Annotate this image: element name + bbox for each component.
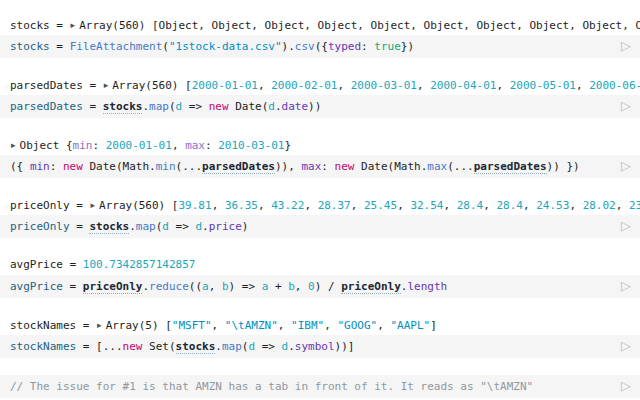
token-ref: parsedDates	[474, 160, 547, 174]
run-button[interactable]: ▷	[621, 95, 631, 118]
token-plain: ,	[258, 79, 271, 92]
token-num: a	[202, 280, 209, 293]
token-num: b	[288, 280, 295, 293]
token-plain: Date(Math.	[354, 160, 427, 173]
run-button[interactable]: ▷	[621, 35, 631, 58]
token-plain: })	[401, 40, 414, 53]
token-def: stocks	[10, 40, 50, 53]
token-plain: Array(5) [	[106, 319, 172, 332]
token-plain: )	[242, 220, 249, 233]
token-prop: length	[407, 280, 447, 293]
token-comment: // The issue for #1 is that AMZN has a t…	[10, 380, 533, 393]
token-plain: ,	[496, 79, 509, 92]
cell-code-editor[interactable]: avgPrice = priceOnly.reduce((a, b) => a …	[0, 275, 640, 298]
token-plain: parsedDates =	[10, 79, 103, 92]
token-fn: reduce	[149, 280, 189, 293]
token-fn: csv	[295, 40, 315, 53]
token-prop: min	[30, 160, 50, 173]
token-num: 36.35	[225, 199, 258, 212]
token-ref: stocks	[103, 100, 143, 114]
token-plain: ,	[377, 319, 390, 332]
token-plain: Date(	[229, 100, 269, 113]
token-plain: :	[321, 160, 334, 173]
token-prop: max	[301, 160, 321, 173]
token-plain: ,	[209, 280, 222, 293]
token-plain: :	[50, 160, 63, 173]
token-def: avgPrice	[10, 280, 63, 293]
cell-output: priceOnly = ▸Array(560) [39.81, 36.35, 4…	[0, 195, 640, 215]
cell-output: ▸Object {min: 2000-01-01, max: 2010-03-0…	[0, 135, 640, 155]
token-str: "1stock-data.csv"	[169, 40, 282, 53]
token-plain: =>	[182, 100, 209, 113]
token-plain: ))]	[335, 340, 355, 353]
expand-triangle-icon[interactable]: ▸	[71, 15, 76, 35]
cell-code-editor[interactable]: ({ min: new Date(Math.min(...parsedDates…	[0, 155, 640, 178]
token-num: 25.45	[364, 199, 397, 212]
notebook-cell: stocks = ▸Array(560) [Object, Object, Ob…	[0, 15, 640, 58]
run-button[interactable]: ▷	[621, 155, 631, 178]
token-plain: =>	[255, 340, 282, 353]
run-button[interactable]: ▷	[621, 375, 631, 398]
token-plain: :	[205, 139, 218, 152]
token-key: min	[73, 139, 93, 152]
cell-code-editor[interactable]: parsedDates = stocks.map(d => new Date(d…	[0, 95, 640, 118]
token-plain: ]	[430, 319, 437, 332]
token-plain: ,	[212, 319, 225, 332]
run-button[interactable]: ▷	[621, 215, 631, 238]
token-plain: ,	[295, 280, 308, 293]
token-plain: ))	[308, 100, 321, 113]
run-button[interactable]: ▷	[621, 335, 631, 358]
token-plain: ((	[189, 280, 202, 293]
expand-triangle-icon[interactable]: ▸	[11, 135, 16, 155]
cell-code-editor[interactable]: // The issue for #1 is that AMZN has a t…	[0, 375, 640, 398]
expand-triangle-icon[interactable]: ▸	[97, 315, 102, 335]
notebook-cell: // The issue for #1 is that AMZN has a t…	[0, 375, 640, 398]
token-plain: Array(560) [	[112, 79, 191, 92]
run-button[interactable]: ▷	[621, 275, 631, 298]
notebook: stocks = ▸Array(560) [Object, Object, Ob…	[0, 0, 640, 398]
cell-code-editor[interactable]: stockNames = [...new Set(stocks.map(d =>…	[0, 335, 640, 358]
token-plain: .	[215, 340, 222, 353]
cell-code-editor[interactable]: stocks = FileAttachment("1stock-data.csv…	[0, 35, 640, 58]
token-plain: }	[284, 139, 291, 152]
token-num: 43.22	[271, 199, 304, 212]
token-prop: price	[209, 220, 242, 233]
token-num: 2000-01-01	[192, 79, 258, 92]
token-plain: ,	[523, 199, 536, 212]
token-kw: new	[335, 160, 355, 173]
token-plain: ) =>	[229, 280, 262, 293]
token-plain: ,	[304, 199, 317, 212]
token-num: 23.	[629, 199, 640, 212]
token-plain: =	[83, 100, 103, 113]
token-plain: avgPrice =	[10, 258, 83, 271]
token-plain: ) /	[315, 280, 342, 293]
token-plain: .	[129, 220, 136, 233]
token-plain: ,	[337, 79, 350, 92]
cell-output: stocks = ▸Array(560) [Object, Object, Ob…	[0, 15, 640, 35]
notebook-cell: priceOnly = ▸Array(560) [39.81, 36.35, 4…	[0, 195, 640, 238]
token-plain: (...	[447, 160, 474, 173]
token-plain: )),	[275, 160, 302, 173]
token-ref: priceOnly	[341, 280, 401, 294]
token-fn: map	[149, 100, 169, 113]
token-plain: stocks =	[10, 19, 70, 32]
token-plain: =	[70, 220, 90, 233]
token-plain: Array(560) [Object, Object, Object, Obje…	[79, 19, 640, 32]
token-plain: ,	[444, 199, 457, 212]
token-str: "AAPL"	[390, 319, 430, 332]
token-plain: =	[63, 280, 83, 293]
token-plain: ({	[10, 160, 30, 173]
notebook-cell: avgPrice = 100.7342857142857avgPrice = p…	[0, 255, 640, 298]
token-str: "GOOG"	[337, 319, 377, 332]
token-plain: .	[275, 100, 282, 113]
cell-code-editor[interactable]: priceOnly = stocks.map(d => d.price)▷	[0, 215, 640, 238]
expand-triangle-icon[interactable]: ▸	[90, 195, 95, 215]
token-num: 24.53	[536, 199, 569, 212]
token-atom: true	[374, 40, 401, 53]
token-fn: FileAttachment	[70, 40, 163, 53]
token-plain: :	[361, 40, 374, 53]
expand-triangle-icon[interactable]: ▸	[104, 75, 109, 95]
token-num: d	[268, 100, 275, 113]
token-kw: new	[209, 100, 229, 113]
token-num: 28.02	[583, 199, 616, 212]
